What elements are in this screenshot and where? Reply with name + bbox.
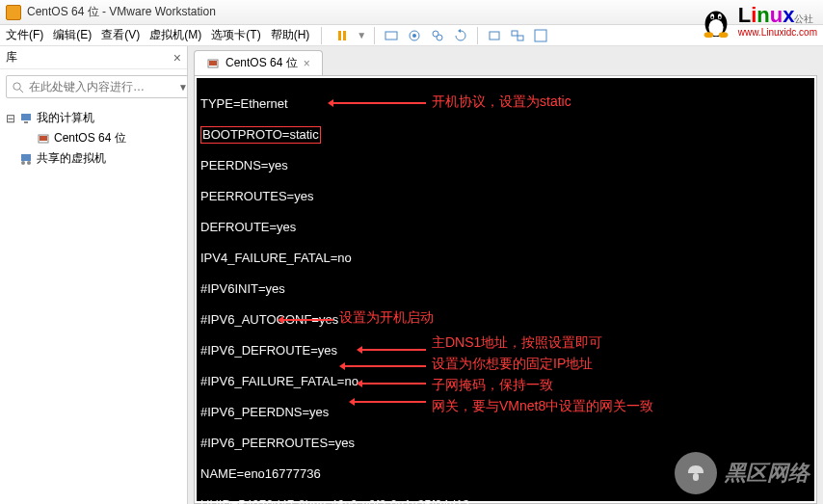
tree-item-centos[interactable]: CentOS 64 位 — [6, 128, 181, 148]
send-keys-icon[interactable] — [383, 27, 400, 44]
terminal-line: #IPV6_PEERROUTES=yes — [200, 436, 810, 451]
svg-point-19 — [27, 161, 31, 165]
svg-rect-7 — [490, 32, 499, 40]
sidebar-header: 库 × — [0, 46, 187, 69]
vm-icon — [206, 57, 220, 70]
menu-tabs[interactable]: 选项卡(T) — [211, 27, 260, 43]
menu-view[interactable]: 查看(V) — [101, 27, 140, 43]
tree-item-shared[interactable]: 共享的虚拟机 — [6, 148, 181, 169]
sidebar-title: 库 — [6, 49, 17, 66]
vm-icon — [37, 132, 50, 146]
terminal-line: DEFROUTE=yes — [200, 220, 810, 235]
terminal[interactable]: TYPE=Ethernet BOOTPROTO=static PEERDNS=y… — [197, 78, 814, 501]
svg-rect-9 — [518, 36, 523, 40]
fullscreen-icon[interactable] — [532, 27, 549, 44]
annotation-ipaddr: 设置为你想要的固定IP地址 — [432, 356, 593, 371]
dropdown-caret-icon[interactable]: ▼ — [357, 30, 366, 40]
svg-rect-8 — [512, 31, 518, 36]
library-tree: ⊟ 我的计算机 CentOS 64 位 共享的虚拟机 — [0, 104, 187, 172]
arrow-icon — [358, 383, 426, 385]
snapshot-manager-icon[interactable] — [429, 27, 446, 44]
pause-icon[interactable] — [333, 27, 351, 44]
svg-rect-30 — [693, 473, 699, 481]
watermark-heiqu: 黑区网络 — [675, 452, 810, 494]
annotation-onboot: 设置为开机启动 — [339, 309, 434, 325]
svg-point-26 — [711, 16, 713, 19]
terminal-line: IPV4_FAILURE_FATAL=no — [200, 251, 810, 266]
window-title: CentOS 64 位 - VMware Workstation — [27, 4, 216, 20]
arrow-icon — [351, 401, 426, 403]
terminal-line: BOOTPROTO=static — [200, 127, 810, 143]
svg-point-18 — [21, 161, 25, 165]
arrow-icon — [341, 365, 426, 367]
svg-rect-17 — [21, 154, 31, 161]
tree-label: 共享的虚拟机 — [37, 150, 106, 167]
tab-label: CentOS 64 位 — [226, 55, 298, 71]
fit-icon[interactable] — [486, 27, 503, 44]
watermark-url: www.Linuxidc.com — [738, 28, 817, 38]
content-area: CentOS 64 位 × TYPE=Ethernet BOOTPROTO=st… — [188, 46, 823, 504]
close-icon[interactable]: × — [304, 57, 310, 70]
annotation-gateway: 网关，要与VMnet8中设置的网关一致 — [432, 398, 653, 413]
tree-label: 我的计算机 — [37, 110, 94, 126]
unity-icon[interactable] — [509, 27, 526, 44]
annotation-bootproto: 开机协议，设置为static — [432, 93, 571, 109]
search-icon — [12, 81, 24, 93]
svg-point-28 — [704, 32, 713, 38]
arrow-icon — [330, 102, 426, 104]
svg-point-4 — [412, 34, 416, 38]
mushroom-icon — [675, 452, 717, 494]
terminal-line: #IPV6INIT=yes — [200, 281, 810, 297]
svg-rect-10 — [535, 30, 546, 41]
revert-icon[interactable] — [452, 27, 469, 44]
tree-label: CentOS 64 位 — [54, 130, 126, 146]
app-icon — [6, 5, 21, 20]
svg-point-27 — [719, 16, 721, 19]
terminal-frame: TYPE=Ethernet BOOTPROTO=static PEERDNS=y… — [194, 75, 817, 504]
separator — [374, 27, 375, 44]
menu-edit[interactable]: 编辑(E) — [53, 27, 92, 43]
tab-strip: CentOS 64 位 × — [188, 46, 823, 75]
svg-point-6 — [437, 35, 442, 40]
terminal-line: PEERDNS=yes — [200, 158, 810, 173]
search-box[interactable]: ▼ — [6, 75, 194, 98]
shared-icon — [19, 152, 33, 166]
svg-rect-1 — [343, 31, 346, 40]
snapshot-icon[interactable] — [406, 27, 423, 44]
tree-item-my-computer[interactable]: ⊟ 我的计算机 — [6, 108, 181, 128]
svg-line-12 — [19, 89, 23, 93]
vm-tab[interactable]: CentOS 64 位 × — [194, 50, 323, 75]
highlight: BOOTPROTO=static — [200, 126, 321, 144]
tux-icon — [698, 2, 734, 39]
arrow-icon — [358, 349, 426, 351]
svg-rect-13 — [21, 114, 31, 120]
watermark-brand: Linux — [738, 3, 795, 27]
svg-rect-16 — [40, 136, 47, 141]
menu-help[interactable]: 帮助(H) — [271, 27, 310, 43]
watermark-cn: 公社 — [794, 13, 813, 24]
toolbar: ▼ — [333, 27, 549, 44]
terminal-line: UUID=54970d47-8bee-46c9-a0f3-0a1c35f04d1… — [200, 497, 810, 504]
watermark-linuxidc: Linux公社 www.Linuxidc.com — [698, 2, 817, 39]
arrow-icon — [279, 319, 333, 321]
menu-file[interactable]: 文件(F) — [6, 27, 43, 43]
annotation-dns1: 主DNS1地址，按照设置即可 — [432, 334, 602, 350]
tree-toggle-icon[interactable]: ⊟ — [6, 112, 15, 125]
separator — [321, 27, 322, 44]
search-input[interactable] — [29, 80, 173, 93]
annotation-netmask: 子网掩码，保持一致 — [432, 377, 553, 392]
dropdown-caret-icon[interactable]: ▼ — [178, 82, 188, 93]
svg-rect-14 — [24, 121, 28, 123]
watermark-text: 黑区网络 — [725, 459, 810, 488]
svg-rect-0 — [338, 31, 341, 40]
separator — [477, 27, 478, 44]
svg-point-11 — [13, 82, 20, 89]
sidebar: 库 × ▼ ⊟ 我的计算机 CentOS 64 位 — [0, 46, 188, 504]
menu-vm[interactable]: 虚拟机(M) — [149, 27, 201, 43]
svg-point-29 — [719, 32, 729, 38]
computer-icon — [19, 112, 33, 125]
close-icon[interactable]: × — [173, 50, 181, 66]
terminal-line: PEERROUTES=yes — [200, 189, 810, 204]
svg-rect-2 — [385, 32, 397, 40]
svg-rect-21 — [209, 61, 217, 66]
